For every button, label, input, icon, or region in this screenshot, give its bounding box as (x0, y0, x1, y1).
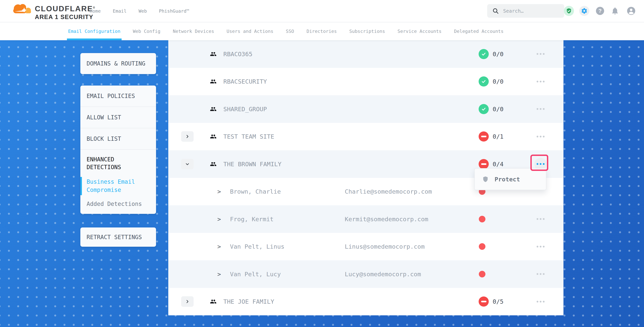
row-menu-button[interactable] (534, 268, 547, 280)
sidebar-item-enhanced-detections[interactable]: ENHANCED DETECTIONS (80, 156, 145, 171)
tab-network-devices[interactable]: Network Devices (173, 22, 214, 40)
help-icon: ? (596, 7, 604, 15)
member-arrow-icon[interactable]: > (217, 188, 221, 195)
cloudflare-logo[interactable]: CLOUDFLARE® AREA 1 SECURITY (11, 1, 95, 21)
security-status-button[interactable] (564, 6, 574, 16)
account-button[interactable] (626, 6, 636, 16)
table-row-group: TEST TEAM SITE 0/1 (168, 123, 564, 150)
status-unprotected-dot (479, 271, 486, 278)
sidebar-item-email-policies[interactable]: EMAIL POLICIES (80, 85, 156, 107)
table-row-member: > Van Pelt, Lucy Lucy@somedemocorp.com (168, 260, 564, 288)
member-name: Brown, Charlie (230, 188, 281, 195)
gear-icon (581, 7, 588, 14)
tab-delegated-accounts[interactable]: Delegated Accounts (454, 22, 504, 40)
brand-text: CLOUDFLARE® AREA 1 SECURITY (35, 1, 95, 21)
shield-icon (482, 176, 489, 183)
table-row-group: RBACO365 0/0 (168, 40, 564, 68)
member-email: Lucy@somedemocorp.com (345, 271, 421, 278)
group-name: THE BROWN FAMILY (223, 161, 282, 168)
protected-count: 0/0 (493, 106, 504, 113)
top-nav: Home Email Web PhishGuard™ (90, 0, 189, 22)
help-button[interactable]: ? (596, 7, 604, 15)
nav-item-web[interactable]: Web (138, 8, 147, 14)
sidebar-label: RETRACT SETTINGS (86, 234, 142, 241)
search-icon (492, 7, 499, 14)
tab-directories[interactable]: Directories (307, 22, 337, 40)
status-protected-icon (478, 104, 489, 114)
shield-check-icon (566, 8, 572, 14)
status-unprotected-dot (479, 243, 486, 250)
row-menu-button[interactable] (534, 48, 547, 60)
chevron-down-icon (185, 162, 190, 166)
table-row-group: THE JOE FAMILY 0/5 (168, 288, 564, 316)
sidebar-item-allow-list[interactable]: ALLOW LIST (80, 107, 156, 128)
sidebar-item-added-detections[interactable]: Added Detections (80, 201, 156, 207)
nav-item-home[interactable]: Home (90, 8, 101, 14)
expand-row-button[interactable] (181, 131, 194, 142)
settings-button[interactable] (579, 6, 589, 16)
brand-tagline: AREA 1 SECURITY (35, 13, 93, 21)
sidebar-label: BLOCK LIST (86, 135, 121, 142)
search-input[interactable]: Search… (487, 4, 564, 18)
collapse-row-button[interactable] (181, 159, 194, 169)
groups-table: RBACO365 0/0 RBACSECURITY 0/0 (168, 40, 564, 315)
status-unprotected-dot (479, 216, 486, 222)
row-menu-button[interactable] (534, 295, 547, 308)
sidebar-item-block-list[interactable]: BLOCK LIST (80, 128, 156, 150)
tab-subscriptions[interactable]: Subscriptions (349, 22, 385, 40)
sidebar-item-business-email-compromise[interactable]: Business Email Compromise (80, 177, 145, 195)
status-protected-icon (478, 49, 489, 59)
row-menu-button[interactable] (534, 213, 547, 225)
protected-count: 0/1 (493, 133, 504, 140)
group-icon (209, 51, 217, 57)
row-menu-button[interactable] (534, 103, 547, 115)
member-email: Charlie@somedemocorp.com (345, 188, 432, 195)
bell-icon (611, 6, 619, 15)
group-icon (209, 78, 217, 85)
group-name: RBACO365 (223, 50, 252, 57)
member-arrow-icon[interactable]: > (217, 271, 221, 278)
tab-sso[interactable]: SSO (286, 22, 294, 40)
section-tabs: Email Configuration Web Config Network D… (0, 22, 644, 40)
group-icon (209, 133, 217, 140)
nav-item-email[interactable]: Email (113, 8, 127, 14)
member-name: Van Pelt, Linus (230, 243, 284, 250)
page: CLOUDFLARE® AREA 1 SECURITY Home Email W… (0, 0, 644, 327)
sidebar-label: ALLOW LIST (86, 114, 121, 121)
member-arrow-icon[interactable]: > (217, 216, 221, 223)
expand-row-button[interactable] (181, 296, 194, 307)
chevron-right-icon (185, 134, 190, 139)
nav-item-phishguard[interactable]: PhishGuard™ (159, 8, 189, 14)
row-menu-button[interactable] (534, 75, 547, 88)
group-icon (209, 106, 217, 112)
sidebar-label: DOMAINS & ROUTING (86, 60, 145, 67)
notifications-button[interactable] (611, 6, 619, 15)
group-icon (209, 161, 217, 167)
brand-wordmark: CLOUDFLARE® (35, 3, 95, 13)
group-name: SHARED_GROUP (223, 106, 267, 113)
sidebar-group-enhanced-detections: ENHANCED DETECTIONS Business Email Compr… (80, 150, 156, 207)
member-name: Van Pelt, Lucy (230, 271, 281, 278)
table-row-group: SHARED_GROUP 0/0 (168, 95, 564, 123)
context-menu-protect[interactable]: Protect (474, 168, 546, 190)
group-name: RBACSECURITY (223, 78, 267, 85)
tab-users-and-actions[interactable]: Users and Actions (227, 22, 274, 40)
status-protected-icon (478, 76, 489, 86)
sidebar-label: EMAIL POLICIES (86, 93, 135, 99)
status-unprotected-icon (478, 131, 489, 142)
sidebar-policies-card: EMAIL POLICIES ALLOW LIST BLOCK LIST ENH… (80, 85, 156, 214)
row-menu-button[interactable] (534, 240, 547, 253)
row-menu-button[interactable] (534, 130, 547, 143)
member-arrow-icon[interactable]: > (217, 243, 221, 250)
tab-service-accounts[interactable]: Service Accounts (398, 22, 442, 40)
group-name: THE JOE FAMILY (223, 298, 274, 305)
sidebar-item-domains-routing[interactable]: DOMAINS & ROUTING (80, 53, 156, 74)
tab-web-config[interactable]: Web Config (133, 22, 160, 40)
tab-email-configuration[interactable]: Email Configuration (68, 22, 120, 40)
member-email: Kermit@somedemocorp.com (345, 216, 428, 223)
context-menu-item-label: Protect (494, 176, 520, 183)
group-name: TEST TEAM SITE (223, 133, 274, 140)
search-placeholder: Search… (503, 8, 524, 14)
sidebar-item-retract-settings[interactable]: RETRACT SETTINGS (80, 228, 156, 247)
protected-count: 0/5 (493, 298, 504, 305)
